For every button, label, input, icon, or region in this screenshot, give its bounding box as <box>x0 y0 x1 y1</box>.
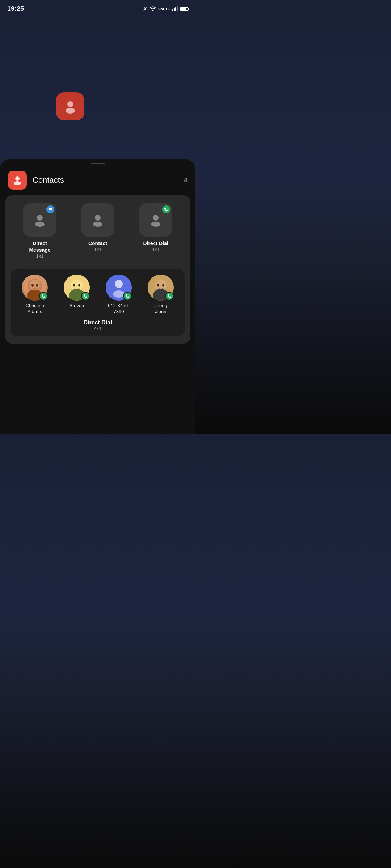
dial-name-steven: Steven <box>70 303 84 309</box>
call-badge-christina <box>39 292 48 301</box>
widget-dd-icon-wrap <box>139 203 172 237</box>
dial-avatar-steven <box>64 275 90 301</box>
svg-point-9 <box>35 222 45 227</box>
status-icons: ✗ VoLTE <box>143 6 188 12</box>
call-badge-steven <box>81 292 90 301</box>
dial-section-size: 4x1 <box>14 326 182 331</box>
svg-point-26 <box>115 280 123 288</box>
svg-point-11 <box>93 222 102 227</box>
widget-contact[interactable]: Contact 1x1 <box>74 203 121 252</box>
sheet-header: Contacts 4 <box>0 164 196 195</box>
svg-point-24 <box>78 284 80 287</box>
dial-section-title: Direct Dial <box>14 319 182 326</box>
volte-icon: VoLTE <box>158 7 170 11</box>
svg-point-17 <box>31 284 34 287</box>
wallpaper-contacts-icon[interactable] <box>56 92 84 120</box>
svg-point-7 <box>14 181 21 185</box>
svg-point-8 <box>37 215 43 221</box>
dial-name-jeong: Jeong Jieun <box>154 303 167 315</box>
dial-name-christina: Christina Adams <box>25 303 44 315</box>
svg-point-6 <box>15 176 20 181</box>
widget-dd-label: Direct Dial 1x1 <box>143 240 168 252</box>
sheet-title: Contacts <box>33 175 64 185</box>
svg-point-4 <box>67 101 73 107</box>
svg-point-18 <box>36 284 38 287</box>
widget-dm-label: Direct Message 1x1 <box>29 240 50 259</box>
svg-point-5 <box>66 108 75 114</box>
widget-direct-dial[interactable]: Direct Dial 1x1 <box>132 203 179 252</box>
svg-rect-1 <box>174 8 175 11</box>
sheet-count: 4 <box>184 176 188 184</box>
wifi-icon <box>150 6 156 12</box>
svg-point-10 <box>95 215 101 221</box>
bluetooth-icon: ✗ <box>143 6 147 12</box>
dial-avatar-number <box>106 275 132 301</box>
widget-panel: Direct Message 1x1 Contact 1x1 <box>5 195 190 344</box>
signal-icon <box>172 6 178 12</box>
dial-contact-jeong[interactable]: Jeong Jieun <box>142 275 180 315</box>
bottom-sheet: Contacts 4 <box>0 159 196 434</box>
widget-options: Direct Message 1x1 Contact 1x1 <box>11 203 185 259</box>
dial-contact-steven[interactable]: Steven <box>58 275 96 309</box>
svg-point-32 <box>162 284 164 287</box>
call-badge-number <box>123 292 132 301</box>
battery-icon <box>180 7 188 11</box>
svg-point-31 <box>157 284 159 287</box>
svg-rect-0 <box>172 9 173 11</box>
widget-dm-icon-wrap <box>23 203 56 237</box>
widget-contact-label: Contact 1x1 <box>88 240 107 252</box>
dial-name-number: 012-3456- 7890 <box>108 303 129 315</box>
call-badge <box>162 205 170 213</box>
call-badge-jeong <box>165 292 174 301</box>
dial-avatar-jeong <box>148 275 174 301</box>
status-bar: 19:25 ✗ VoLTE <box>0 0 196 15</box>
svg-point-23 <box>73 284 75 287</box>
status-time: 19:25 <box>7 5 24 13</box>
direct-dial-section: Christina Adams <box>11 269 185 336</box>
svg-rect-3 <box>177 6 178 11</box>
svg-point-13 <box>151 222 160 227</box>
dial-contact-number[interactable]: 012-3456- 7890 <box>100 275 138 315</box>
dial-contacts-row: Christina Adams <box>14 275 182 315</box>
widget-contact-icon-wrap <box>81 203 114 237</box>
message-badge <box>46 205 54 213</box>
contacts-app-icon <box>8 171 27 190</box>
svg-point-12 <box>153 215 159 221</box>
dial-avatar-christina <box>22 275 48 301</box>
widget-direct-message[interactable]: Direct Message 1x1 <box>16 203 63 259</box>
svg-point-19 <box>33 287 37 289</box>
svg-rect-2 <box>175 7 176 11</box>
dial-contact-christina[interactable]: Christina Adams <box>16 275 54 315</box>
sheet-header-left: Contacts <box>8 171 64 190</box>
